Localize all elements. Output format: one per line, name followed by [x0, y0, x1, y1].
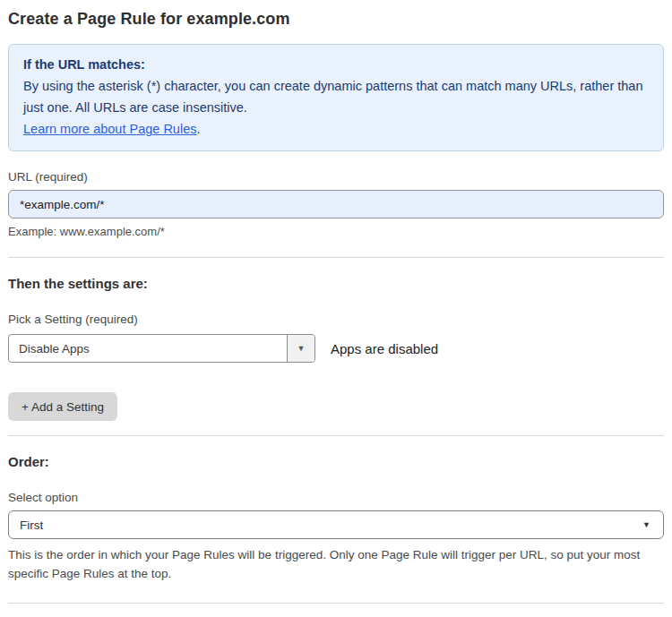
order-select[interactable]: First ▼	[8, 510, 664, 539]
info-box-link-line: Learn more about Page Rules.	[23, 118, 649, 140]
info-box-heading: If the URL matches:	[23, 54, 649, 75]
divider	[8, 603, 664, 604]
create-page-rule-form: Create a Page Rule for example.com If th…	[0, 10, 672, 617]
pick-setting-label: Pick a Setting (required)	[8, 313, 664, 326]
info-box-body: By using the asterisk (*) character, you…	[23, 75, 649, 118]
caret-down-icon: ▼	[642, 520, 650, 529]
setting-dropdown-caret-button[interactable]: ▼	[287, 335, 314, 362]
url-example-helper: Example: www.example.com/*	[8, 225, 664, 238]
caret-down-icon: ▼	[297, 344, 306, 353]
url-input[interactable]	[8, 190, 664, 219]
divider	[8, 257, 664, 258]
setting-dropdown[interactable]: Disable Apps ▼	[8, 334, 315, 363]
url-match-info-box: If the URL matches: By using the asteris…	[8, 44, 664, 151]
add-setting-button[interactable]: + Add a Setting	[8, 392, 117, 421]
settings-section-heading: Then the settings are:	[8, 276, 664, 291]
setting-dropdown-value: Disable Apps	[9, 335, 287, 362]
learn-more-link[interactable]: Learn more about Page Rules	[23, 122, 196, 136]
order-select-value: First	[20, 518, 43, 532]
order-section-heading: Order:	[8, 454, 664, 469]
order-helper-text: This is the order in which your Page Rul…	[8, 545, 664, 583]
setting-picker-row: Disable Apps ▼ Apps are disabled	[8, 334, 664, 363]
divider	[8, 435, 664, 436]
url-field-label: URL (required)	[8, 170, 664, 184]
select-option-label: Select option	[8, 491, 664, 504]
link-suffix: .	[196, 122, 200, 136]
page-title: Create a Page Rule for example.com	[8, 10, 664, 29]
setting-status-text: Apps are disabled	[331, 341, 438, 356]
